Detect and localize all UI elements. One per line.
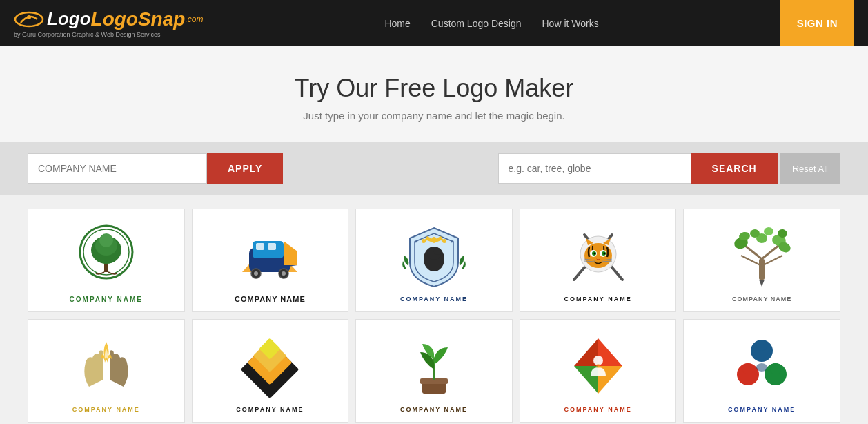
speed-logo-image bbox=[232, 220, 308, 289]
tree2-logo-label: COMPANY NAME bbox=[732, 296, 791, 302]
svg-point-73 bbox=[756, 363, 767, 372]
svg-point-56 bbox=[750, 229, 760, 238]
logo-name: Logo bbox=[47, 8, 91, 30]
tree-logo-label: COMPANY NAME bbox=[70, 296, 143, 303]
nav-custom-logo[interactable]: Custom Logo Design bbox=[431, 18, 522, 29]
svg-text:★: ★ bbox=[450, 239, 454, 244]
sprout-logo-image bbox=[396, 331, 472, 401]
logo-card-tree2[interactable]: COMPANY NAME bbox=[683, 209, 840, 312]
hero-subtitle: Just type in your company name and let t… bbox=[14, 110, 854, 122]
chess-logo-label: COMPANY NAME bbox=[400, 296, 468, 302]
svg-line-47 bbox=[762, 245, 779, 259]
svg-text:★: ★ bbox=[414, 239, 418, 244]
svg-point-20 bbox=[422, 239, 426, 243]
circles-logo-label: COMPANY NAME bbox=[728, 406, 796, 413]
svg-rect-14 bbox=[268, 243, 276, 250]
header: Logo LogoSnap .com by Guru Corporation G… bbox=[0, 0, 868, 46]
logo-card-sprout[interactable]: COMPANY NAME bbox=[355, 319, 513, 423]
logo-icon bbox=[14, 9, 44, 30]
hero-section: Try Our Free Logo Maker Just type in you… bbox=[0, 46, 868, 142]
nav: Home Custom Logo Design How it Works bbox=[384, 18, 598, 29]
tree-logo-image bbox=[68, 221, 144, 290]
svg-marker-12 bbox=[284, 241, 297, 265]
nav-home[interactable]: Home bbox=[384, 18, 410, 29]
logo: Logo LogoSnap .com by Guru Corporation G… bbox=[14, 8, 203, 38]
svg-point-22 bbox=[442, 239, 446, 243]
sign-in-button[interactable]: SIGN IN bbox=[780, 0, 854, 46]
search-button[interactable]: SEARCH bbox=[691, 153, 778, 184]
svg-point-18 bbox=[282, 271, 286, 276]
svg-point-70 bbox=[742, 363, 753, 374]
svg-point-7 bbox=[99, 233, 113, 247]
company-name-input[interactable] bbox=[28, 153, 207, 184]
svg-rect-44 bbox=[759, 259, 765, 280]
logo-grid: COMPANY NAME COMPANY NAME bbox=[0, 195, 868, 424]
tiger-logo-label: COMPANY NAME bbox=[564, 296, 632, 302]
circles-logo-image bbox=[724, 331, 800, 401]
diamond-logo-image bbox=[232, 331, 308, 401]
svg-marker-45 bbox=[759, 280, 765, 287]
svg-rect-13 bbox=[256, 243, 264, 250]
logo-card-diamond[interactable]: COMPANY NAME bbox=[192, 319, 349, 423]
svg-point-16 bbox=[254, 271, 258, 276]
svg-point-57 bbox=[764, 227, 773, 235]
nav-how-it-works[interactable]: How it Works bbox=[542, 18, 598, 29]
keyword-search-input[interactable] bbox=[498, 153, 691, 184]
logo-card-circles[interactable]: COMPANY NAME bbox=[683, 319, 840, 423]
chess-logo-image: ★ ★ bbox=[396, 221, 472, 290]
diamond-logo-label: COMPANY NAME bbox=[236, 406, 304, 413]
logo-snap: LogoSnap bbox=[91, 10, 186, 29]
tree2-logo-image bbox=[724, 221, 800, 290]
hero-title: Try Our Free Logo Maker bbox=[14, 74, 854, 103]
logo-com: .com bbox=[185, 15, 203, 24]
svg-point-37 bbox=[603, 253, 605, 255]
logo-row-1: COMPANY NAME COMPANY NAME bbox=[28, 209, 840, 312]
logo-card-chess[interactable]: ★ ★ COMPANY NAME bbox=[355, 209, 513, 312]
logo-card-tiger[interactable]: COMPANY NAME bbox=[520, 209, 677, 312]
logo-card-colordia[interactable]: COMPANY NAME bbox=[520, 319, 677, 423]
apply-button[interactable]: APPLY bbox=[207, 153, 283, 184]
svg-point-68 bbox=[756, 340, 767, 351]
hands-logo-label: COMPANY NAME bbox=[72, 406, 140, 413]
svg-point-21 bbox=[432, 237, 436, 241]
logo-row-2: COMPANY NAME COMPANY NAME bbox=[28, 319, 840, 423]
search-bar: APPLY SEARCH Reset All bbox=[0, 142, 868, 195]
tiger-logo-image bbox=[560, 221, 636, 290]
logo-subtitle: by Guru Corporation Graphic & Web Design… bbox=[14, 31, 203, 38]
hands-logo-image bbox=[68, 331, 144, 401]
colordia-logo-image bbox=[560, 331, 636, 401]
svg-point-25 bbox=[433, 248, 442, 255]
colordia-logo-label: COMPANY NAME bbox=[564, 406, 632, 413]
svg-line-46 bbox=[744, 245, 762, 259]
svg-point-1 bbox=[27, 15, 31, 19]
speed-logo-label: COMPANY NAME bbox=[235, 295, 306, 303]
logo-card-hands[interactable]: COMPANY NAME bbox=[28, 319, 185, 423]
svg-rect-4 bbox=[104, 262, 108, 272]
logo-card-tree[interactable]: COMPANY NAME bbox=[28, 209, 185, 312]
svg-point-66 bbox=[596, 364, 600, 368]
svg-point-36 bbox=[593, 253, 595, 255]
logo-card-speed[interactable]: COMPANY NAME bbox=[192, 209, 349, 312]
reset-button[interactable]: Reset All bbox=[780, 153, 840, 184]
svg-point-72 bbox=[770, 363, 781, 374]
svg-point-65 bbox=[593, 356, 603, 365]
sprout-logo-label: COMPANY NAME bbox=[400, 406, 468, 413]
